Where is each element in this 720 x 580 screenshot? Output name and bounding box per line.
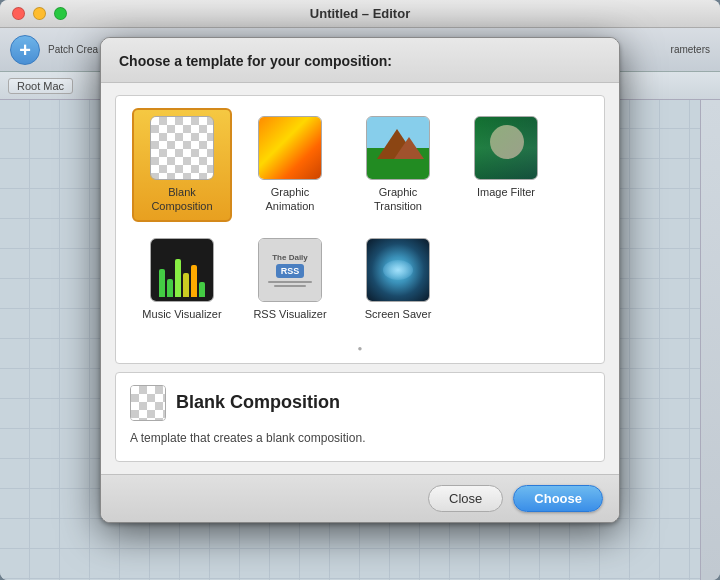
description-icon <box>130 385 166 421</box>
graphic-animation-label: Graphic Animation <box>248 185 332 214</box>
rss-badge: RSS <box>276 264 305 278</box>
image-filter-icon <box>474 116 538 180</box>
screen-saver-label: Screen Saver <box>365 307 432 321</box>
description-checker <box>131 386 165 420</box>
choose-button[interactable]: Choose <box>513 485 603 512</box>
template-row-2: Music Visualizer The Daily RSS RSS Visua… <box>124 230 596 329</box>
scroll-indicator: ● <box>124 337 596 355</box>
modal-footer: Close Choose <box>101 474 619 522</box>
rss-viz-pattern: The Daily RSS <box>259 239 321 301</box>
description-title: Blank Composition <box>176 392 340 413</box>
template-item-image-filter[interactable]: Image Filter <box>456 108 556 222</box>
music-bar-3 <box>175 259 181 297</box>
modal-title: Choose a template for your composition: <box>119 53 392 69</box>
close-button[interactable]: Close <box>428 485 503 512</box>
rss-visualizer-label: RSS Visualizer <box>253 307 326 321</box>
music-visualizer-icon <box>150 238 214 302</box>
rss-visualizer-icon: The Daily RSS <box>258 238 322 302</box>
template-grid: Blank Composition Graphic Animation Grap… <box>115 95 605 364</box>
template-item-music-visualizer[interactable]: Music Visualizer <box>132 230 232 329</box>
description-header: Blank Composition <box>130 385 590 421</box>
music-bar-1 <box>159 269 165 297</box>
description-text: A template that creates a blank composit… <box>130 429 590 447</box>
graphic-anim-pattern <box>259 117 321 179</box>
template-item-rss-visualizer[interactable]: The Daily RSS RSS Visualizer <box>240 230 340 329</box>
template-description: Blank Composition A template that create… <box>115 372 605 462</box>
modal-header: Choose a template for your composition: <box>101 38 619 83</box>
template-chooser-dialog: Choose a template for your composition: … <box>100 37 620 523</box>
template-row-1: Blank Composition Graphic Animation Grap… <box>124 108 596 222</box>
modal-overlay: Choose a template for your composition: … <box>0 0 720 580</box>
music-visualizer-label: Music Visualizer <box>142 307 221 321</box>
image-filter-label: Image Filter <box>477 185 535 199</box>
blank-composition-icon <box>150 116 214 180</box>
template-item-graphic-animation[interactable]: Graphic Animation <box>240 108 340 222</box>
image-filter-pattern <box>475 117 537 179</box>
template-item-screen-saver[interactable]: Screen Saver <box>348 230 448 329</box>
music-viz-pattern <box>151 239 213 301</box>
rss-daily-label: The Daily <box>272 253 308 262</box>
screen-saver-icon <box>366 238 430 302</box>
screen-saver-pattern <box>367 239 429 301</box>
music-bar-2 <box>167 279 173 297</box>
music-bar-5 <box>191 265 197 297</box>
music-bar-4 <box>183 273 189 297</box>
graphic-trans-pattern <box>367 117 429 179</box>
graphic-transition-icon <box>366 116 430 180</box>
template-item-graphic-transition[interactable]: Graphic Transition <box>348 108 448 222</box>
graphic-animation-icon <box>258 116 322 180</box>
checker-pattern <box>151 117 213 179</box>
template-item-blank[interactable]: Blank Composition <box>132 108 232 222</box>
music-bar-6 <box>199 282 205 297</box>
rss-line-1 <box>268 281 311 283</box>
rss-line-2 <box>274 285 306 287</box>
graphic-transition-label: Graphic Transition <box>356 185 440 214</box>
blank-composition-label: Blank Composition <box>140 185 224 214</box>
